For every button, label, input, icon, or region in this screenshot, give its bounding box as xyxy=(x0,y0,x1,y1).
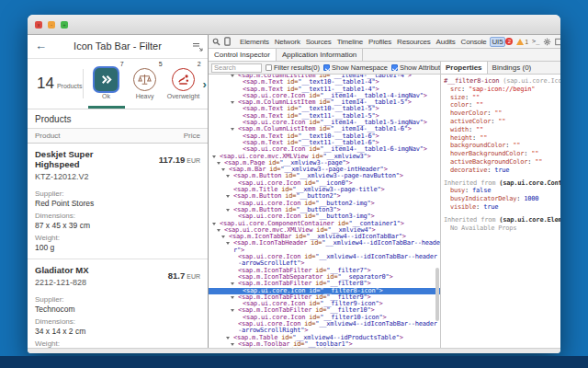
property-row[interactable]: hoverColor: "" xyxy=(444,109,560,118)
property-row[interactable]: height: "" xyxy=(444,134,560,143)
warning-count-badge[interactable]: 1 xyxy=(516,39,528,45)
product-list-item[interactable]: Gladiator MX81.7 EUR2212-121-828Supplier… xyxy=(28,259,208,348)
desktop-bottom-band xyxy=(0,356,588,368)
attribute-value: Technocom xyxy=(35,305,200,314)
expand-arrow-icon[interactable] xyxy=(212,223,216,225)
checkbox-filter-results-0-[interactable]: Filter results(0) xyxy=(266,63,320,72)
product-list-item[interactable]: Deskjet Super Highspeed117.19 EURKTZ-120… xyxy=(28,144,208,259)
expand-arrow-icon[interactable] xyxy=(226,175,230,178)
attribute-value: 34 x 14 x 2 cm xyxy=(35,327,200,336)
dock-side-icon[interactable] xyxy=(555,38,560,46)
search-input[interactable] xyxy=(211,63,262,73)
props-tab-properties[interactable]: Properties xyxy=(441,62,488,74)
tree-node[interactable]: <sap.ui.core.Icon id="__xmlview4--idIcon… xyxy=(209,321,440,335)
inspect-element-icon[interactable] xyxy=(212,38,220,46)
checkbox-box xyxy=(391,64,398,71)
settings-gear-icon[interactable] xyxy=(543,38,551,46)
window-maximize-button[interactable]: + xyxy=(61,21,68,29)
property-row[interactable]: busy: false xyxy=(444,187,560,195)
device-toolbar-icon[interactable] xyxy=(224,37,231,46)
error-count-badge[interactable]: 2 xyxy=(505,38,513,45)
checkbox-label: Show Namespace xyxy=(332,63,388,72)
expand-arrow-icon[interactable] xyxy=(226,195,230,198)
console-drawer-icon[interactable]: >_ xyxy=(532,38,539,45)
tab-products-count[interactable]: 14 Products xyxy=(28,75,83,93)
devtools-tab-console[interactable]: Console xyxy=(458,37,490,47)
expand-arrow-icon[interactable] xyxy=(221,236,225,238)
products-count: 14 xyxy=(37,75,54,93)
property-row[interactable]: decorative: true xyxy=(444,167,560,175)
expand-arrow-icon[interactable] xyxy=(226,209,230,212)
checkbox-label: Show Attributes xyxy=(400,63,440,72)
tab-heavy[interactable]: 5Heavy xyxy=(126,59,164,109)
expand-arrow-icon[interactable] xyxy=(221,168,225,171)
attribute-label: Dimensions: xyxy=(35,212,200,220)
devtools-pane: ElementsNetworkSourcesTimelineProfilesRe… xyxy=(209,35,560,348)
subtab-control-inspector[interactable]: Control Inspector xyxy=(209,49,277,61)
devtools-tab-timeline[interactable]: Timeline xyxy=(334,37,366,47)
devtools-tab-profiles[interactable]: Profiles xyxy=(366,37,394,47)
overflow-menu-icon[interactable] xyxy=(192,40,203,52)
window-minimize-button[interactable]: - xyxy=(48,21,55,29)
devtools-tab-elements[interactable]: Elements xyxy=(237,37,272,47)
icon-tab-bar: 14 Products 7Ok5Heavy2Overweight › xyxy=(28,59,208,109)
expand-arrow-icon[interactable] xyxy=(212,155,216,158)
sapui5-app-pane: ← Icon Tab Bar - Filter 14 Products 7Ok5… xyxy=(28,35,209,348)
attribute-value: Red Point Stores xyxy=(35,199,200,208)
tab-overweight[interactable]: 2Overweight xyxy=(164,59,203,109)
devtools-tab-ui5[interactable]: UI5 xyxy=(490,37,506,47)
property-row[interactable]: hoverBackgroundColor: "" xyxy=(444,150,560,158)
expand-arrow-icon[interactable] xyxy=(231,75,234,77)
expand-arrow-icon[interactable] xyxy=(226,242,230,245)
devtools-tab-resources[interactable]: Resources xyxy=(394,37,433,47)
tree-node[interactable]: <sap.m.IconTabHeader id="__xmlview4--idI… xyxy=(209,240,440,254)
warning-icon xyxy=(516,39,524,45)
expand-arrow-icon[interactable] xyxy=(231,343,234,346)
property-row[interactable]: color: "" xyxy=(444,101,560,109)
expand-arrow-icon[interactable] xyxy=(226,337,230,339)
property-group-header: Inherited from (sap.ui.core.Control) xyxy=(444,179,560,188)
property-row[interactable]: activeColor: "" xyxy=(444,118,560,126)
tree-scrollbar-thumb[interactable] xyxy=(435,268,439,321)
attribute-value: 87 x 45 x 39 cm xyxy=(35,221,200,230)
property-group-header: Inherited from (sap.ui.core.Element) xyxy=(444,216,560,224)
devtools-tab-network[interactable]: Network xyxy=(272,37,303,47)
property-row[interactable]: src: "sap-icon://begin" xyxy=(444,86,560,94)
tab-label: Heavy xyxy=(136,93,154,99)
tab-label: Ok xyxy=(102,93,110,99)
window-close-button[interactable]: x xyxy=(35,21,42,29)
expand-arrow-icon[interactable] xyxy=(231,101,234,104)
property-row[interactable]: size: "" xyxy=(444,94,560,102)
props-tab-bindings-0-[interactable]: Bindings (0) xyxy=(488,62,537,74)
subtab-application-information[interactable]: Application Information xyxy=(277,49,363,61)
product-attributes: Supplier:TechnocomDimensions:34 x 14 x 2… xyxy=(35,295,200,348)
column-product: Product xyxy=(35,129,61,143)
products-count-label: Products xyxy=(57,83,83,89)
property-row[interactable]: width: "" xyxy=(444,126,560,134)
filter-bar: Filter results(0)Show NamespaceShow Attr… xyxy=(209,62,560,75)
expand-arrow-icon[interactable] xyxy=(217,229,220,232)
expand-arrow-icon[interactable] xyxy=(231,296,234,299)
property-row[interactable]: visible: true xyxy=(444,203,560,212)
devtools-tab-audits[interactable]: Audits xyxy=(434,37,458,47)
property-row[interactable]: busyIndicatorDelay: 1000 xyxy=(444,195,560,203)
expand-arrow-icon[interactable] xyxy=(231,282,234,285)
app-page-title: Icon Tab Bar - Filter xyxy=(28,40,208,52)
selected-control-selector: #__filter8-icon (sap.ui.core.Icon) xyxy=(444,77,560,86)
expand-arrow-icon[interactable] xyxy=(231,309,234,312)
devtools-tab-sources[interactable]: Sources xyxy=(303,37,334,47)
price-currency: EUR xyxy=(185,157,200,164)
expand-arrow-icon[interactable] xyxy=(217,162,220,165)
product-price: 117.19 EUR xyxy=(159,150,200,167)
devtools-toolbar: ElementsNetworkSourcesTimelineProfilesRe… xyxy=(209,35,560,49)
expand-arrow-icon[interactable] xyxy=(231,128,234,131)
property-row[interactable]: activeBackgroundColor: "" xyxy=(444,158,560,167)
attribute-value: 100 g xyxy=(35,243,200,252)
tree-node[interactable]: <sap.ui.core.Icon id="__xmlview4--idIcon… xyxy=(209,254,440,268)
tab-ok[interactable]: 7Ok xyxy=(87,59,126,109)
tab-count: 2 xyxy=(198,61,201,67)
checkbox-show-attributes[interactable]: Show Attributes xyxy=(391,63,440,72)
browser-window: x-+ ← Icon Tab Bar - Filter 14 Products xyxy=(28,15,560,353)
property-row[interactable]: backgroundColor: "" xyxy=(444,142,560,150)
checkbox-show-namespace[interactable]: Show Namespace xyxy=(323,63,388,72)
